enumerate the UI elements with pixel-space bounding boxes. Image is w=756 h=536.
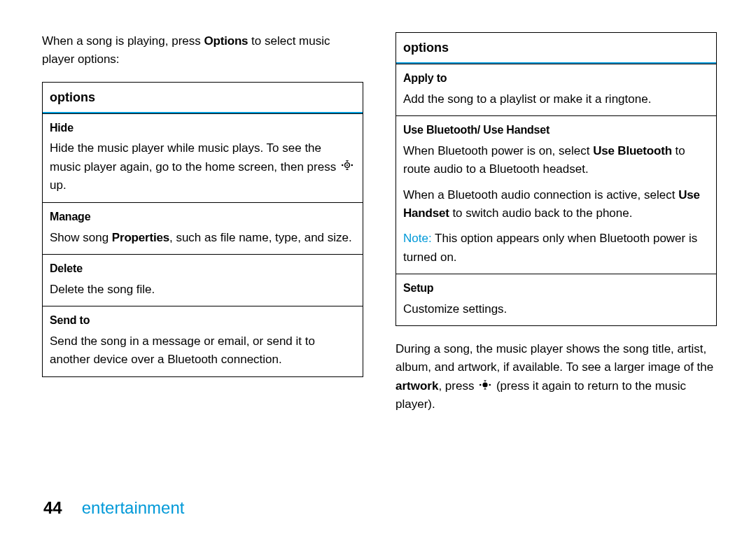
row-body: Send the song in a message or email, or … <box>50 332 356 369</box>
options-table-left: options Hide Hide the music player while… <box>42 82 363 377</box>
table-header: options <box>43 83 363 113</box>
row-title: Manage <box>50 209 356 226</box>
table-row: Apply to Add the song to a playlist or m… <box>396 64 716 115</box>
row-title: Hide <box>50 120 356 137</box>
table-row: Manage Show song Properties, such as fil… <box>43 202 363 254</box>
row-title: Apply to <box>403 70 709 87</box>
table-row: Use Bluetooth/ Use Handset When Bluetoot… <box>396 115 716 274</box>
svg-point-5 <box>479 384 482 386</box>
outro-paragraph: During a song, the music player shows th… <box>396 340 717 414</box>
intro-bold: Options <box>204 34 248 48</box>
page-number: 44 <box>43 498 62 517</box>
row-body: Show song Properties, such as file name,… <box>50 229 356 247</box>
table-header: options <box>396 33 716 64</box>
row-body: Hide the music player while music plays.… <box>50 139 356 195</box>
intro-paragraph: When a song is playing, press Options to… <box>42 32 363 69</box>
left-column: When a song is playing, press Options to… <box>42 32 363 426</box>
page-footer: 44entertainment <box>43 498 184 518</box>
center-select-icon <box>479 377 491 395</box>
row-body: Delete the song file. <box>50 281 356 299</box>
svg-point-6 <box>489 384 491 386</box>
nav-up-icon <box>341 158 354 176</box>
table-row: Send to Send the song in a message or em… <box>43 306 363 376</box>
svg-point-1 <box>346 164 348 166</box>
svg-point-2 <box>342 164 344 167</box>
row-title: Use Bluetooth/ Use Handset <box>403 122 709 139</box>
row-title: Delete <box>50 260 356 278</box>
section-name: entertainment <box>82 498 185 517</box>
options-table-right: options Apply to Add the song to a playl… <box>396 32 717 326</box>
table-row: Delete Delete the song file. <box>43 254 363 306</box>
row-body-p1: When Bluetooth power is on, select Use B… <box>403 142 709 179</box>
row-body-p2: When a Bluetooth audio connection is act… <box>403 186 709 223</box>
note-label: Note: <box>403 232 432 245</box>
intro-prefix: When a song is playing, press <box>42 34 204 48</box>
row-bold: Properties <box>112 231 169 244</box>
row-body: Add the song to a playlist or make it a … <box>403 90 709 108</box>
row-body: Customize settings. <box>403 300 709 318</box>
right-column: options Apply to Add the song to a playl… <box>396 32 717 426</box>
row-body-note: Note: This option appears only when Blue… <box>403 230 709 267</box>
table-row: Hide Hide the music player while music p… <box>43 113 363 202</box>
row-title: Send to <box>50 312 356 330</box>
outro-bold: artwork <box>396 379 438 393</box>
svg-point-3 <box>351 164 353 167</box>
row-bold: Use Bluetooth <box>593 144 672 157</box>
two-column-layout: When a song is playing, press Options to… <box>42 32 717 426</box>
page: When a song is playing, press Options to… <box>0 0 756 536</box>
svg-point-4 <box>483 382 488 387</box>
table-row: Setup Customize settings. <box>396 274 716 325</box>
row-title: Setup <box>403 280 709 297</box>
